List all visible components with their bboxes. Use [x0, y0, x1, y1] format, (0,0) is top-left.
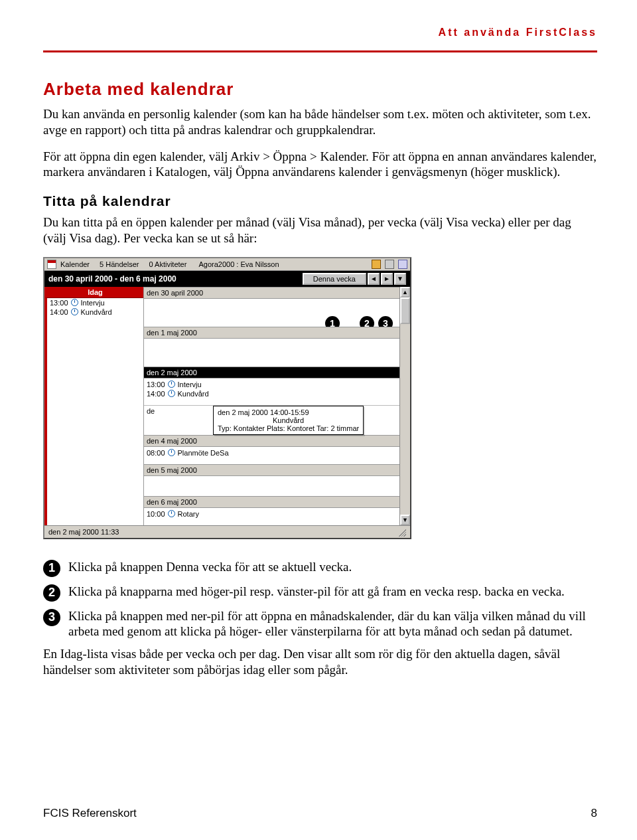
event-time: 14:00 [147, 390, 165, 398]
clock-icon [71, 299, 78, 306]
event-label: Planmöte DeSa [178, 449, 229, 457]
week-pane: 1 2 3 den 30 april 2000 den 1 maj 2000 d… [144, 287, 399, 525]
day-body[interactable] [144, 339, 399, 367]
event-label: Intervju [178, 380, 202, 388]
clock-icon [168, 380, 175, 388]
day-body[interactable]: 13:00 Intervju 14:00 Kundvård [144, 378, 399, 405]
event-time: 13:00 [50, 299, 68, 307]
day-header-label: den 1 maj 2000 [147, 329, 197, 337]
title-agora: Agora2000 : Eva Nilsson [198, 260, 279, 268]
event-tooltip: den 2 maj 2000 14:00-15:59 Kundvård Typ:… [213, 406, 364, 435]
step-number-3: 3 [43, 609, 60, 626]
event-time: 08:00 [147, 449, 165, 457]
intro-paragraph-1: Du kan använda en personlig kalender (so… [43, 106, 597, 138]
event-label: Rotary [178, 510, 199, 518]
clock-icon [168, 449, 175, 456]
calendar-screenshot: Kalender 5 Händelser 0 Aktiviteter Agora… [43, 257, 411, 539]
intro-paragraph-3: Du kan titta på en öppen kalender per må… [43, 214, 597, 246]
footer-left: FCIS Referenskort [43, 807, 137, 820]
day-header-selected[interactable]: den 2 maj 2000 [144, 367, 399, 378]
day-header-label: den 5 maj 2000 [147, 466, 197, 474]
header-rule [43, 50, 597, 52]
day-header[interactable]: den 1 maj 2000 [144, 327, 399, 339]
prev-week-button[interactable]: ◄ [368, 273, 380, 285]
truncated-row: de den 2 maj 2000 14:00-15:59 Kundvård T… [144, 405, 399, 416]
date-range-label: den 30 april 2000 - den 6 maj 2000 [48, 274, 303, 284]
clock-icon [168, 390, 175, 397]
page-number: 8 [591, 807, 597, 820]
status-bar: den 2 maj 2000 11:33 [44, 525, 410, 538]
title-kalender: Kalender [60, 260, 90, 268]
day-header[interactable]: den 5 maj 2000 [144, 464, 399, 476]
step-text-2: Klicka på knapparna med höger-pil resp. … [68, 584, 565, 602]
today-header: Idag [44, 287, 143, 298]
tooltip-line2: Kundvård [218, 416, 359, 424]
clock-icon [168, 510, 175, 517]
calendar-icon [47, 260, 56, 269]
page-header-label: Att använda FirstClass [43, 27, 597, 39]
month-picker-button[interactable]: ▼ [394, 273, 406, 285]
event-label: Kundvård [178, 390, 209, 398]
step-number-1: 1 [43, 560, 60, 577]
clock-icon [71, 308, 78, 315]
scroll-up-button[interactable]: ▲ [400, 287, 410, 297]
vertical-scrollbar[interactable]: ▲ ▼ [399, 287, 410, 525]
event-label: Kundvård [81, 308, 112, 316]
day-body[interactable] [144, 476, 399, 496]
today-item[interactable]: 14:00 Kundvård [44, 307, 143, 317]
closing-paragraph: En Idag-lista visas både per vecka och p… [43, 646, 597, 678]
edit-icon[interactable] [385, 260, 394, 269]
day-header-label: den 2 maj 2000 [147, 369, 197, 377]
today-item[interactable]: 13:00 Intervju [44, 298, 143, 307]
event-row[interactable]: 08:00 Planmöte DeSa [147, 448, 397, 458]
event-label: Intervju [81, 299, 105, 307]
truncated-label: de [147, 407, 155, 415]
day-header-label: den 4 maj 2000 [147, 437, 197, 445]
event-time: 14:00 [50, 308, 68, 316]
help-icon[interactable] [398, 260, 407, 269]
day-header[interactable]: den 6 maj 2000 [144, 496, 399, 508]
scroll-thumb[interactable] [400, 297, 410, 324]
week-toolbar: den 30 april 2000 - den 6 maj 2000 Denna… [44, 271, 410, 287]
event-row[interactable]: 10:00 Rotary [147, 509, 397, 519]
step-text-1: Klicka på knappen Denna vecka för att se… [68, 559, 352, 577]
title-aktiviteter: 0 Aktiviteter [149, 260, 187, 268]
subsection-heading: Titta på kalendrar [43, 193, 597, 209]
flag-icon[interactable] [372, 260, 381, 269]
day-header[interactable]: den 30 april 2000 [144, 287, 399, 299]
resize-grip-icon[interactable] [397, 527, 406, 537]
today-pane: Idag 13:00 Intervju 14:00 Kundvård [44, 287, 144, 525]
event-row[interactable]: 14:00 Kundvård [147, 389, 397, 398]
tooltip-line1: den 2 maj 2000 14:00-15:59 [218, 408, 359, 416]
event-row[interactable]: 13:00 Intervju [147, 380, 397, 389]
this-week-button[interactable]: Denna vecka [303, 273, 366, 285]
title-handelser: 5 Händelser [100, 260, 139, 268]
day-header[interactable]: den 4 maj 2000 [144, 435, 399, 447]
day-body[interactable]: 08:00 Planmöte DeSa [144, 447, 399, 464]
section-heading: Arbeta med kalendrar [43, 79, 597, 100]
step-text-3: Klicka på knappen med ner-pil för att öp… [68, 608, 597, 640]
event-time: 13:00 [147, 380, 165, 388]
day-body[interactable]: 10:00 Rotary [144, 508, 399, 525]
event-time: 10:00 [147, 510, 165, 518]
day-header-label: den 30 april 2000 [147, 289, 203, 297]
step-number-2: 2 [43, 584, 60, 602]
window-titlebar: Kalender 5 Händelser 0 Aktiviteter Agora… [44, 258, 410, 271]
scroll-down-button[interactable]: ▼ [400, 515, 410, 525]
next-week-button[interactable]: ► [381, 273, 393, 285]
day-header-label: den 6 maj 2000 [147, 498, 197, 506]
tooltip-line3: Typ: Kontakter Plats: Kontoret Tar: 2 ti… [218, 424, 359, 432]
intro-paragraph-2: För att öppna din egen kalender, välj Ar… [43, 149, 597, 181]
numbered-steps: 1 Klicka på knappen Denna vecka för att … [43, 559, 597, 640]
status-text: den 2 maj 2000 11:33 [48, 528, 119, 536]
